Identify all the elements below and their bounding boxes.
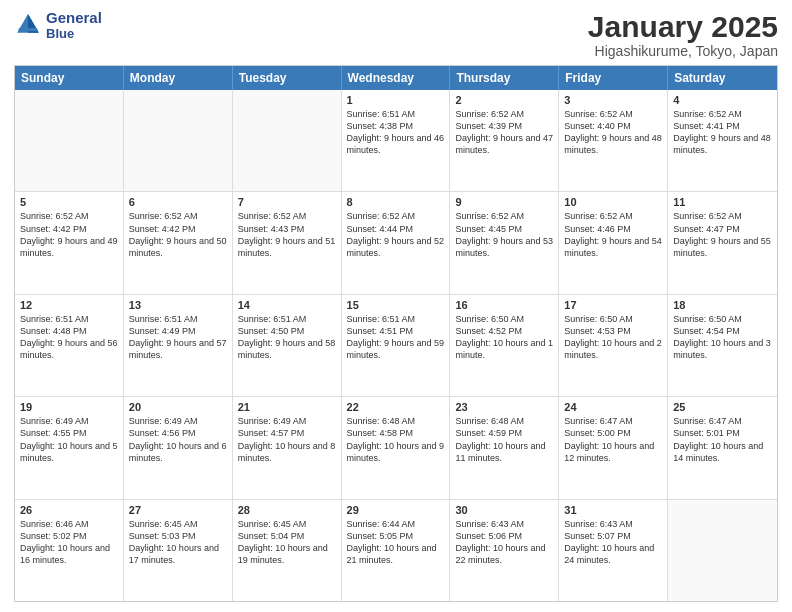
- cell-sun-info: Sunrise: 6:43 AM Sunset: 5:07 PM Dayligh…: [564, 518, 662, 567]
- cell-sun-info: Sunrise: 6:49 AM Sunset: 4:56 PM Dayligh…: [129, 415, 227, 464]
- day-number: 13: [129, 299, 227, 311]
- calendar-week-row: 19Sunrise: 6:49 AM Sunset: 4:55 PM Dayli…: [15, 397, 777, 499]
- cell-sun-info: Sunrise: 6:50 AM Sunset: 4:53 PM Dayligh…: [564, 313, 662, 362]
- calendar-cell: 7Sunrise: 6:52 AM Sunset: 4:43 PM Daylig…: [233, 192, 342, 293]
- location-subtitle: Higashikurume, Tokyo, Japan: [588, 43, 778, 59]
- calendar-week-row: 12Sunrise: 6:51 AM Sunset: 4:48 PM Dayli…: [15, 295, 777, 397]
- logo-line2: Blue: [46, 27, 102, 41]
- cell-sun-info: Sunrise: 6:47 AM Sunset: 5:00 PM Dayligh…: [564, 415, 662, 464]
- logo-line1: General: [46, 10, 102, 27]
- cell-sun-info: Sunrise: 6:52 AM Sunset: 4:39 PM Dayligh…: [455, 108, 553, 157]
- calendar-cell: 23Sunrise: 6:48 AM Sunset: 4:59 PM Dayli…: [450, 397, 559, 498]
- calendar-cell: 6Sunrise: 6:52 AM Sunset: 4:42 PM Daylig…: [124, 192, 233, 293]
- cell-sun-info: Sunrise: 6:49 AM Sunset: 4:55 PM Dayligh…: [20, 415, 118, 464]
- day-number: 18: [673, 299, 772, 311]
- calendar-cell: [668, 500, 777, 601]
- cell-sun-info: Sunrise: 6:51 AM Sunset: 4:49 PM Dayligh…: [129, 313, 227, 362]
- cell-sun-info: Sunrise: 6:50 AM Sunset: 4:54 PM Dayligh…: [673, 313, 772, 362]
- calendar-header-row: SundayMondayTuesdayWednesdayThursdayFrid…: [15, 66, 777, 90]
- cell-sun-info: Sunrise: 6:45 AM Sunset: 5:03 PM Dayligh…: [129, 518, 227, 567]
- calendar-cell: 8Sunrise: 6:52 AM Sunset: 4:44 PM Daylig…: [342, 192, 451, 293]
- day-number: 22: [347, 401, 445, 413]
- day-number: 2: [455, 94, 553, 106]
- calendar-cell: 3Sunrise: 6:52 AM Sunset: 4:40 PM Daylig…: [559, 90, 668, 191]
- calendar-cell: 11Sunrise: 6:52 AM Sunset: 4:47 PM Dayli…: [668, 192, 777, 293]
- day-number: 30: [455, 504, 553, 516]
- calendar-week-row: 26Sunrise: 6:46 AM Sunset: 5:02 PM Dayli…: [15, 500, 777, 601]
- day-number: 10: [564, 196, 662, 208]
- calendar-cell: 9Sunrise: 6:52 AM Sunset: 4:45 PM Daylig…: [450, 192, 559, 293]
- page: General Blue January 2025 Higashikurume,…: [0, 0, 792, 612]
- header: General Blue January 2025 Higashikurume,…: [14, 10, 778, 59]
- cell-sun-info: Sunrise: 6:52 AM Sunset: 4:40 PM Dayligh…: [564, 108, 662, 157]
- cell-sun-info: Sunrise: 6:51 AM Sunset: 4:50 PM Dayligh…: [238, 313, 336, 362]
- day-number: 26: [20, 504, 118, 516]
- calendar-cell: 2Sunrise: 6:52 AM Sunset: 4:39 PM Daylig…: [450, 90, 559, 191]
- calendar-cell: 22Sunrise: 6:48 AM Sunset: 4:58 PM Dayli…: [342, 397, 451, 498]
- calendar-cell: 26Sunrise: 6:46 AM Sunset: 5:02 PM Dayli…: [15, 500, 124, 601]
- calendar-cell: 15Sunrise: 6:51 AM Sunset: 4:51 PM Dayli…: [342, 295, 451, 396]
- calendar-day-header: Friday: [559, 66, 668, 90]
- cell-sun-info: Sunrise: 6:48 AM Sunset: 4:59 PM Dayligh…: [455, 415, 553, 464]
- day-number: 19: [20, 401, 118, 413]
- day-number: 4: [673, 94, 772, 106]
- calendar-cell: 16Sunrise: 6:50 AM Sunset: 4:52 PM Dayli…: [450, 295, 559, 396]
- cell-sun-info: Sunrise: 6:52 AM Sunset: 4:46 PM Dayligh…: [564, 210, 662, 259]
- cell-sun-info: Sunrise: 6:52 AM Sunset: 4:42 PM Dayligh…: [20, 210, 118, 259]
- day-number: 8: [347, 196, 445, 208]
- cell-sun-info: Sunrise: 6:52 AM Sunset: 4:43 PM Dayligh…: [238, 210, 336, 259]
- calendar-cell: 21Sunrise: 6:49 AM Sunset: 4:57 PM Dayli…: [233, 397, 342, 498]
- cell-sun-info: Sunrise: 6:49 AM Sunset: 4:57 PM Dayligh…: [238, 415, 336, 464]
- calendar-cell: [233, 90, 342, 191]
- day-number: 6: [129, 196, 227, 208]
- calendar-cell: 17Sunrise: 6:50 AM Sunset: 4:53 PM Dayli…: [559, 295, 668, 396]
- day-number: 17: [564, 299, 662, 311]
- calendar-week-row: 5Sunrise: 6:52 AM Sunset: 4:42 PM Daylig…: [15, 192, 777, 294]
- cell-sun-info: Sunrise: 6:48 AM Sunset: 4:58 PM Dayligh…: [347, 415, 445, 464]
- svg-rect-2: [19, 29, 38, 32]
- cell-sun-info: Sunrise: 6:46 AM Sunset: 5:02 PM Dayligh…: [20, 518, 118, 567]
- logo-text: General Blue: [46, 10, 102, 41]
- cell-sun-info: Sunrise: 6:52 AM Sunset: 4:42 PM Dayligh…: [129, 210, 227, 259]
- logo: General Blue: [14, 10, 102, 41]
- day-number: 11: [673, 196, 772, 208]
- day-number: 23: [455, 401, 553, 413]
- cell-sun-info: Sunrise: 6:52 AM Sunset: 4:47 PM Dayligh…: [673, 210, 772, 259]
- day-number: 28: [238, 504, 336, 516]
- calendar-day-header: Tuesday: [233, 66, 342, 90]
- day-number: 20: [129, 401, 227, 413]
- day-number: 1: [347, 94, 445, 106]
- calendar-day-header: Sunday: [15, 66, 124, 90]
- calendar-cell: 30Sunrise: 6:43 AM Sunset: 5:06 PM Dayli…: [450, 500, 559, 601]
- calendar-day-header: Monday: [124, 66, 233, 90]
- day-number: 14: [238, 299, 336, 311]
- calendar-week-row: 1Sunrise: 6:51 AM Sunset: 4:38 PM Daylig…: [15, 90, 777, 192]
- cell-sun-info: Sunrise: 6:51 AM Sunset: 4:48 PM Dayligh…: [20, 313, 118, 362]
- cell-sun-info: Sunrise: 6:45 AM Sunset: 5:04 PM Dayligh…: [238, 518, 336, 567]
- cell-sun-info: Sunrise: 6:51 AM Sunset: 4:38 PM Dayligh…: [347, 108, 445, 157]
- day-number: 25: [673, 401, 772, 413]
- day-number: 7: [238, 196, 336, 208]
- day-number: 24: [564, 401, 662, 413]
- calendar-cell: 24Sunrise: 6:47 AM Sunset: 5:00 PM Dayli…: [559, 397, 668, 498]
- calendar-day-header: Thursday: [450, 66, 559, 90]
- calendar-cell: 19Sunrise: 6:49 AM Sunset: 4:55 PM Dayli…: [15, 397, 124, 498]
- calendar-cell: 14Sunrise: 6:51 AM Sunset: 4:50 PM Dayli…: [233, 295, 342, 396]
- calendar-day-header: Wednesday: [342, 66, 451, 90]
- day-number: 29: [347, 504, 445, 516]
- day-number: 12: [20, 299, 118, 311]
- calendar-cell: 12Sunrise: 6:51 AM Sunset: 4:48 PM Dayli…: [15, 295, 124, 396]
- day-number: 9: [455, 196, 553, 208]
- calendar-cell: 29Sunrise: 6:44 AM Sunset: 5:05 PM Dayli…: [342, 500, 451, 601]
- month-title: January 2025: [588, 10, 778, 43]
- logo-icon: [14, 11, 42, 39]
- cell-sun-info: Sunrise: 6:51 AM Sunset: 4:51 PM Dayligh…: [347, 313, 445, 362]
- calendar-cell: 20Sunrise: 6:49 AM Sunset: 4:56 PM Dayli…: [124, 397, 233, 498]
- cell-sun-info: Sunrise: 6:52 AM Sunset: 4:41 PM Dayligh…: [673, 108, 772, 157]
- calendar-cell: 27Sunrise: 6:45 AM Sunset: 5:03 PM Dayli…: [124, 500, 233, 601]
- calendar-cell: 13Sunrise: 6:51 AM Sunset: 4:49 PM Dayli…: [124, 295, 233, 396]
- calendar-cell: 28Sunrise: 6:45 AM Sunset: 5:04 PM Dayli…: [233, 500, 342, 601]
- day-number: 5: [20, 196, 118, 208]
- calendar-cell: 10Sunrise: 6:52 AM Sunset: 4:46 PM Dayli…: [559, 192, 668, 293]
- day-number: 3: [564, 94, 662, 106]
